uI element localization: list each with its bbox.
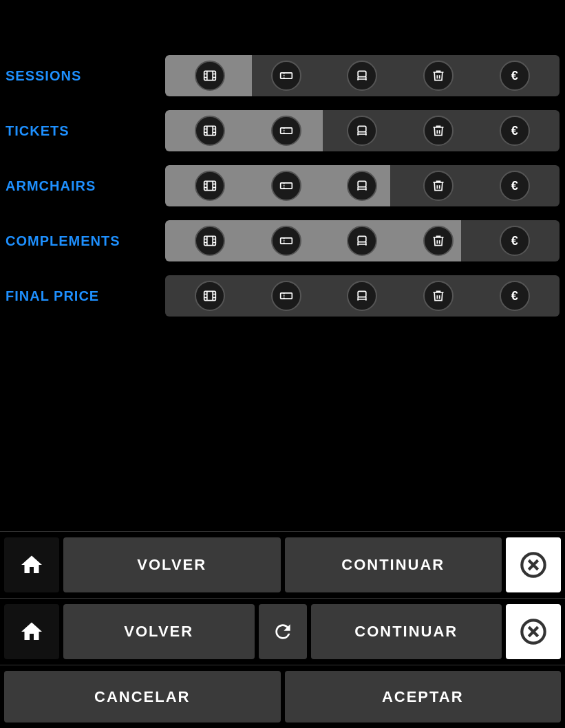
armchairs-euro-icon: € — [500, 171, 530, 201]
cancelar-button[interactable]: CANCELAR — [4, 671, 281, 722]
sessions-euro-icon: € — [500, 61, 530, 91]
sessions-film-icon — [195, 61, 225, 91]
complements-euro-icon: € — [500, 226, 530, 256]
sessions-trash-icon — [423, 61, 454, 91]
toolbar1-continuar-button[interactable]: CONTINUAR — [285, 537, 502, 592]
svg-rect-19 — [359, 126, 367, 131]
svg-rect-0 — [204, 71, 216, 80]
armchairs-seat-icon — [347, 171, 377, 201]
tickets-icons: € — [165, 116, 559, 146]
tickets-film-icon — [195, 116, 225, 146]
toolbar-1: VOLVER CONTINUAR — [0, 531, 565, 598]
svg-rect-7 — [281, 73, 292, 78]
sessions-seat-icon — [347, 61, 377, 91]
svg-rect-9 — [359, 71, 367, 76]
toolbar-2: VOLVER CONTINUAR — [0, 598, 565, 665]
complements-row: COMPLEMENTS € — [0, 220, 565, 261]
final-price-trash-icon — [423, 281, 454, 311]
toolbar2-volver-button[interactable]: VOLVER — [63, 604, 255, 659]
svg-rect-39 — [359, 236, 367, 242]
toolbar2-home-button[interactable] — [4, 604, 59, 659]
final-price-icons: € — [165, 281, 559, 311]
toolbar2-close-button[interactable] — [506, 604, 561, 659]
complements-label: COMPLEMENTS — [0, 233, 165, 249]
tickets-ticket-icon — [271, 116, 301, 146]
final-price-row: FINAL PRICE € — [0, 275, 565, 317]
toolbar1-close-button[interactable] — [506, 537, 561, 592]
toolbar2-continuar-button[interactable]: CONTINUAR — [311, 604, 502, 659]
final-price-progress-bar: € — [165, 275, 559, 317]
armchairs-ticket-icon — [271, 171, 301, 201]
toolbar2-refresh-button[interactable] — [259, 604, 307, 659]
complements-icons: € — [165, 226, 559, 256]
toolbar-3: CANCELAR ACEPTAR — [0, 665, 565, 728]
complements-seat-icon — [347, 226, 377, 256]
armchairs-progress-bar: € — [165, 165, 559, 206]
sessions-label: SESSIONS — [0, 68, 165, 84]
armchairs-row: ARMCHAIRS € — [0, 165, 565, 206]
final-price-seat-icon — [347, 281, 377, 311]
main-content: SESSIONS € — [0, 0, 565, 317]
svg-rect-49 — [359, 291, 367, 297]
final-price-ticket-icon — [271, 281, 301, 311]
svg-rect-47 — [281, 293, 292, 299]
tickets-euro-icon: € — [500, 116, 530, 146]
sessions-ticket-icon — [271, 61, 301, 91]
final-price-euro-icon: € — [500, 281, 530, 311]
armchairs-trash-icon — [423, 171, 454, 201]
sessions-progress-bar: € — [165, 55, 559, 96]
armchairs-film-icon — [195, 171, 225, 201]
armchairs-label: ARMCHAIRS — [0, 178, 165, 194]
bottom-section: VOLVER CONTINUAR VOLVER CONTINUAR — [0, 531, 565, 728]
svg-rect-29 — [359, 181, 367, 186]
final-price-label: FINAL PRICE — [0, 288, 165, 304]
sessions-row: SESSIONS € — [0, 55, 565, 96]
armchairs-icons: € — [165, 171, 559, 201]
toolbar1-volver-button[interactable]: VOLVER — [63, 537, 281, 592]
final-price-film-icon — [195, 281, 225, 311]
tickets-trash-icon — [423, 116, 454, 146]
sessions-icons: € — [165, 61, 559, 91]
tickets-progress-bar: € — [165, 110, 559, 151]
complements-trash-icon — [423, 226, 454, 256]
toolbar1-home-button[interactable] — [4, 537, 59, 592]
aceptar-button[interactable]: ACEPTAR — [285, 671, 562, 722]
svg-rect-20 — [204, 181, 216, 190]
complements-progress-bar: € — [165, 220, 559, 261]
svg-rect-27 — [281, 183, 292, 189]
svg-rect-37 — [281, 238, 292, 244]
svg-rect-40 — [204, 291, 216, 300]
tickets-row: TICKETS € — [0, 110, 565, 151]
svg-rect-10 — [204, 126, 216, 135]
complements-ticket-icon — [271, 226, 301, 256]
tickets-label: TICKETS — [0, 123, 165, 139]
svg-rect-30 — [204, 236, 216, 245]
tickets-seat-icon — [347, 116, 377, 146]
svg-rect-17 — [281, 128, 292, 133]
complements-film-icon — [195, 226, 225, 256]
